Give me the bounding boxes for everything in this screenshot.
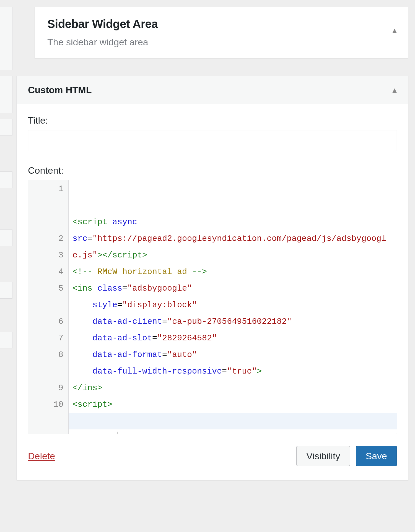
line-number: 1 <box>28 181 63 197</box>
line-number: 10 <box>28 396 63 413</box>
widget-area-description: The sidebar widget area <box>47 37 395 48</box>
inactive-widget-stub <box>0 282 12 299</box>
title-label: Title: <box>28 115 397 126</box>
inactive-widget-stub <box>0 7 12 70</box>
line-number: 3 <box>28 247 63 264</box>
line-number: 9 <box>28 380 63 396</box>
line-number: 4 <box>28 264 63 280</box>
line-number: 6 <box>28 313 63 330</box>
widget-title-input[interactable] <box>28 130 397 151</box>
code-content[interactable]: <script async src="https://pagead2.googl… <box>69 180 397 434</box>
line-number: 5 <box>28 280 63 297</box>
save-button[interactable]: Save <box>356 446 397 466</box>
delete-link[interactable]: Delete <box>28 451 55 461</box>
widget-area-card: Sidebar Widget Area The sidebar widget a… <box>35 7 408 58</box>
inactive-widget-stub <box>0 171 12 188</box>
code-full-width: true <box>232 367 252 376</box>
inactive-widget-stub <box>0 119 12 135</box>
content-label: Content: <box>28 165 397 176</box>
inactive-widget-stub <box>0 76 12 113</box>
widget-header[interactable]: Custom HTML ▲ <box>17 76 408 104</box>
line-number: 2 <box>28 230 63 247</box>
collapse-icon[interactable]: ▲ <box>391 87 398 94</box>
widget-actions: Delete Visibility Save <box>17 434 408 480</box>
line-number: 8 <box>28 346 63 363</box>
code-ad-format: auto <box>172 350 192 359</box>
code-ins-style: display:block <box>127 300 192 310</box>
line-number: 11 <box>28 429 63 434</box>
widget-name: Custom HTML <box>28 85 92 95</box>
widget-area-header[interactable]: Sidebar Widget Area The sidebar widget a… <box>35 7 408 58</box>
collapse-icon[interactable]: ▲ <box>391 27 398 35</box>
code-ad-client: ca-pub-2705649516022182 <box>172 317 287 326</box>
text-cursor <box>118 432 118 434</box>
code-ad-slot: 2829264582 <box>162 333 212 343</box>
line-number: 7 <box>28 330 63 346</box>
inactive-widget-stub <box>0 230 12 246</box>
code-editor[interactable]: 1 2 3 4 5 6 7 8 9 10 11 <script async sr… <box>28 180 397 434</box>
line-number-gutter: 1 2 3 4 5 6 7 8 9 10 11 <box>28 180 69 434</box>
inactive-widget-stub <box>0 332 12 348</box>
code-comment: RMcW horizontal ad <box>97 267 187 277</box>
widget-area-title: Sidebar Widget Area <box>47 17 395 31</box>
widget-panel-custom-html: Custom HTML ▲ Title: Content: 1 2 3 4 5 … <box>17 76 408 480</box>
visibility-button[interactable]: Visibility <box>296 446 350 466</box>
code-ins-class: adsbygoogle <box>132 284 187 293</box>
